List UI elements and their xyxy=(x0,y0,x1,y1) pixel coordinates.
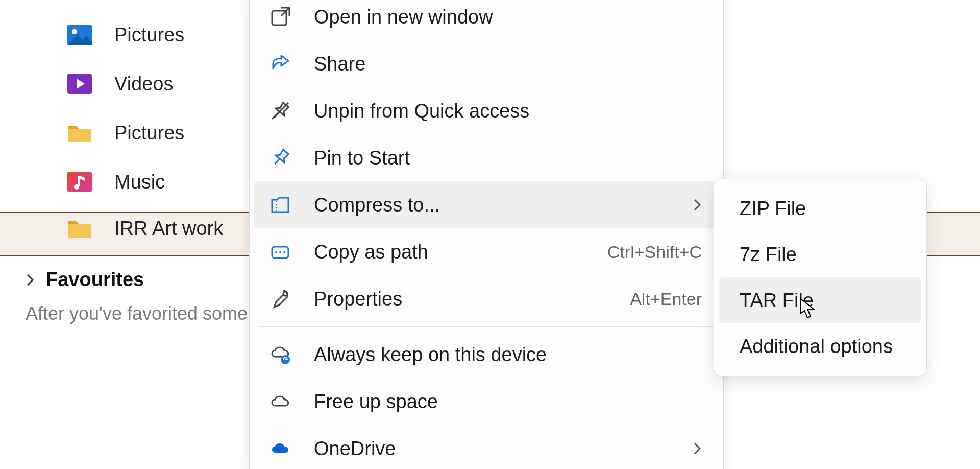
menu-item-label: Open in new window xyxy=(314,6,493,28)
cloud-outline-icon xyxy=(266,387,295,416)
svg-line-9 xyxy=(272,103,288,119)
sidebar-item-label: Pictures xyxy=(114,24,184,46)
menu-item-label: Share xyxy=(314,53,365,75)
menu-item-shortcut: Alt+Enter xyxy=(630,289,702,309)
sidebar-item-label: IRR Art work xyxy=(114,218,223,240)
chevron-right-icon xyxy=(26,273,40,287)
submenu-item-zip[interactable]: ZIP File xyxy=(719,185,921,231)
menu-item-label: OneDrive xyxy=(314,438,396,460)
submenu-item-tar[interactable]: TAR File xyxy=(719,277,921,323)
menu-item-compress-to[interactable]: Compress to... xyxy=(254,181,719,228)
folder-icon xyxy=(66,120,93,146)
share-icon xyxy=(266,50,295,78)
videos-icon xyxy=(66,71,93,97)
pictures-icon xyxy=(66,21,93,48)
svg-rect-7 xyxy=(78,176,80,186)
menu-item-label: Unpin from Quick access xyxy=(314,100,529,122)
open-new-window-icon xyxy=(266,3,295,31)
sidebar-item-music[interactable]: Music xyxy=(0,157,250,206)
sidebar-item-pictures-library[interactable]: Pictures xyxy=(0,10,250,59)
favorites-hint: After you've favorited some xyxy=(0,303,250,324)
sidebar-item-label: Pictures xyxy=(114,122,184,144)
chevron-right-icon xyxy=(693,441,702,456)
sidebar-item-label: Music xyxy=(114,171,165,193)
menu-item-label: Properties xyxy=(314,288,402,310)
submenu-item-label: TAR File xyxy=(740,290,814,312)
pin-icon xyxy=(266,144,295,172)
menu-item-properties[interactable]: Properties Alt+Enter xyxy=(254,275,719,322)
menu-item-open-new-window[interactable]: Open in new window xyxy=(254,0,719,40)
menu-item-shortcut: Ctrl+Shift+C xyxy=(607,242,702,262)
compress-icon xyxy=(266,191,295,219)
menu-item-label: Compress to... xyxy=(314,194,440,216)
menu-item-onedrive[interactable]: OneDrive xyxy=(254,425,719,469)
menu-item-unpin-quick-access[interactable]: Unpin from Quick access xyxy=(254,87,719,134)
chevron-right-icon xyxy=(693,198,702,212)
onedrive-icon xyxy=(266,434,295,463)
menu-item-label: Copy as path xyxy=(314,241,428,263)
svg-point-13 xyxy=(279,251,281,253)
menu-item-pin-to-start[interactable]: Pin to Start xyxy=(254,134,719,181)
submenu-item-additional-options[interactable]: Additional options xyxy=(719,323,921,369)
copy-path-icon xyxy=(266,238,295,266)
sidebar-item-irr-art-work[interactable]: IRR Art work xyxy=(0,206,250,250)
menu-item-label: Always keep on this device xyxy=(314,344,547,366)
menu-separator xyxy=(259,326,714,327)
sidebar-item-pictures-folder[interactable]: Pictures xyxy=(0,108,250,157)
menu-item-share[interactable]: Share xyxy=(254,40,719,87)
menu-item-free-up-space[interactable]: Free up space xyxy=(254,378,719,425)
context-menu: Open in new window Share Unpin from Quic… xyxy=(249,0,724,469)
compress-submenu: ZIP File 7z File TAR File Additional opt… xyxy=(714,179,927,376)
menu-item-copy-as-path[interactable]: Copy as path Ctrl+Shift+C xyxy=(254,228,719,275)
sidebar-item-label: Videos xyxy=(114,73,174,95)
svg-point-15 xyxy=(283,292,287,296)
menu-item-label: Free up space xyxy=(314,391,438,413)
sidebar: Pictures Videos Pictures xyxy=(0,0,250,324)
svg-point-1 xyxy=(72,29,77,34)
menu-item-label: Pin to Start xyxy=(314,147,410,169)
menu-item-always-keep-device[interactable]: Always keep on this device xyxy=(254,331,719,378)
submenu-item-label: Additional options xyxy=(740,336,893,358)
folder-icon xyxy=(66,215,93,242)
properties-icon xyxy=(266,285,295,313)
unpin-icon xyxy=(266,97,295,125)
submenu-item-label: 7z File xyxy=(740,244,797,266)
sidebar-item-videos[interactable]: Videos xyxy=(0,59,250,108)
submenu-item-7z[interactable]: 7z File xyxy=(719,231,921,277)
svg-point-12 xyxy=(275,251,277,253)
favorites-header-label: Favourites xyxy=(46,269,144,291)
cloud-sync-icon xyxy=(266,340,295,369)
svg-point-14 xyxy=(283,251,285,253)
submenu-item-label: ZIP File xyxy=(740,198,806,220)
music-icon xyxy=(66,169,93,195)
favorites-header[interactable]: Favourites xyxy=(0,269,250,291)
